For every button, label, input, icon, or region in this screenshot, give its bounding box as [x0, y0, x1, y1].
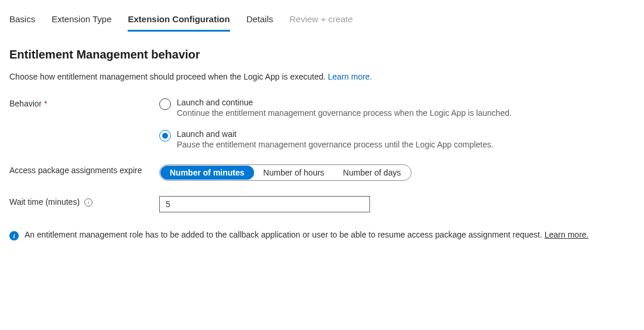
wait-time-label: Wait time (minutes) i	[9, 196, 159, 207]
learn-more-link[interactable]: Learn more.	[328, 72, 372, 81]
pill-minutes[interactable]: Number of minutes	[160, 166, 254, 180]
section-title: Entitlement Management behavior	[9, 48, 635, 61]
radio-option-launch-continue[interactable]: Launch and continue Continue the entitle…	[159, 98, 635, 118]
expire-pill-group: Number of minutes Number of hours Number…	[159, 164, 412, 181]
behavior-label: Behavior *	[9, 98, 159, 108]
tab-details[interactable]: Details	[246, 14, 273, 32]
wait-time-label-text: Wait time (minutes)	[9, 197, 82, 207]
info-banner: i An entitlement management role has to …	[9, 230, 635, 240]
pill-hours[interactable]: Number of hours	[254, 166, 334, 180]
radio-launch-wait-desc: Pause the entitlement management governa…	[177, 140, 494, 149]
radio-launch-continue[interactable]	[159, 98, 171, 110]
tab-extension-configuration[interactable]: Extension Configuration	[128, 14, 229, 32]
tab-review-create: Review + create	[290, 14, 353, 32]
behavior-radio-group: Launch and continue Continue the entitle…	[159, 98, 635, 149]
tab-extension-type[interactable]: Extension Type	[52, 14, 111, 32]
radio-launch-wait-title: Launch and wait	[177, 129, 494, 139]
section-description: Choose how entitlement management should…	[9, 72, 635, 81]
radio-launch-wait[interactable]	[159, 130, 171, 142]
info-banner-icon: i	[9, 231, 19, 240]
section-description-text: Choose how entitlement management should…	[9, 72, 328, 81]
radio-launch-continue-title: Launch and continue	[177, 98, 512, 107]
required-marker: *	[44, 99, 47, 108]
info-banner-learn-more-link[interactable]: Learn more.	[544, 230, 588, 239]
wait-time-input[interactable]	[159, 196, 370, 212]
wizard-tabs: Basics Extension Type Extension Configur…	[9, 14, 635, 32]
radio-launch-continue-desc: Continue the entitlement management gove…	[177, 108, 512, 118]
behavior-label-text: Behavior	[9, 99, 44, 108]
pill-days[interactable]: Number of days	[334, 166, 410, 180]
info-icon[interactable]: i	[84, 198, 93, 207]
radio-option-launch-wait[interactable]: Launch and wait Pause the entitlement ma…	[159, 129, 635, 149]
info-banner-text: An entitlement management role has to be…	[25, 230, 544, 239]
expire-label: Access package assignments expire	[9, 164, 159, 175]
tab-basics[interactable]: Basics	[9, 14, 35, 32]
